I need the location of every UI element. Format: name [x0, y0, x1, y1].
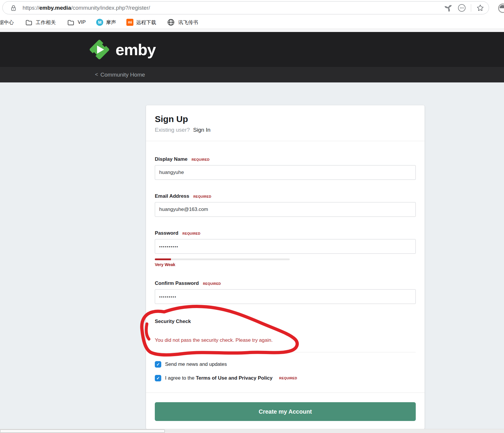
terms-privacy-link[interactable]: Terms of Use and Privacy Policy — [196, 375, 272, 381]
url-scheme: https:// — [23, 5, 39, 11]
label-text: Email Address — [155, 193, 189, 199]
chrome-gap — [0, 28, 504, 32]
horizontal-scrollbar[interactable] — [0, 429, 504, 433]
bookmark-item[interactable]: 讯飞传书 — [167, 18, 198, 27]
signup-card: Sign Up Existing user? Sign In Display N… — [146, 105, 425, 429]
tracking-prevention-swirl-icon[interactable] — [444, 4, 453, 12]
badge-letter: M — [98, 20, 102, 25]
url-domain: emby.media — [39, 5, 71, 11]
confirm-password-label: Confirm Password REQUIRED — [155, 280, 416, 286]
label-text: Display Name — [155, 156, 188, 162]
password-label: Password REQUIRED — [155, 230, 416, 236]
community-home-link[interactable]: < Community Home — [95, 72, 145, 78]
terms-agree-row: I agree to the Terms of Use and Privacy … — [155, 375, 416, 381]
signin-subtitle: Existing user? Sign In — [155, 127, 416, 133]
divider — [146, 141, 425, 141]
sign-in-link[interactable]: Sign In — [193, 127, 211, 133]
required-badge: REQUIRED — [182, 232, 200, 235]
create-account-button[interactable]: Create my Account — [155, 402, 416, 421]
folder-icon — [24, 18, 33, 27]
bookmark-item[interactable]: VIP — [66, 18, 86, 27]
community-home-label: Community Home — [101, 72, 145, 78]
required-badge: REQUIRED — [279, 376, 297, 380]
horizontal-scrollbar-thumb[interactable] — [0, 429, 165, 433]
news-updates-row: Send me news and updates — [155, 361, 416, 368]
url-row: https://emby.media/community/index.php?/… — [0, 0, 504, 16]
bookmark-item[interactable]: 工作相关 — [24, 18, 56, 27]
emby-logo[interactable]: emby — [89, 39, 156, 60]
bookmark-label: 远程下载 — [136, 19, 156, 26]
url-bar[interactable]: https://emby.media/community/index.php?/… — [2, 1, 489, 14]
news-updates-checkbox[interactable] — [155, 361, 161, 368]
display-name-label: Display Name REQUIRED — [155, 156, 416, 162]
badge-letter: mi — [128, 20, 132, 24]
site-nav: < Community Home — [0, 67, 504, 82]
label-text: Confirm Password — [155, 280, 199, 286]
required-badge: REQUIRED — [192, 158, 210, 161]
bookmark-label: 工作相关 — [36, 19, 56, 26]
bookmark-label: 摩声 — [106, 19, 116, 26]
emby-wordmark: emby — [116, 42, 156, 57]
bookmark-item[interactable]: 据中心 — [0, 19, 14, 26]
folder-icon — [66, 18, 75, 27]
terms-agree-checkbox[interactable] — [155, 375, 161, 381]
news-updates-label: Send me news and updates — [165, 361, 227, 367]
divider — [155, 352, 416, 352]
divider — [146, 393, 425, 393]
bookmark-label: 讯飞传书 — [178, 19, 198, 26]
password-strength-meter — [155, 258, 290, 260]
globe-icon — [167, 18, 175, 27]
bookmark-label: 据中心 — [0, 19, 14, 26]
bookmark-item[interactable]: M 摩声 — [96, 19, 116, 26]
profile-icon[interactable] — [498, 4, 504, 13]
existing-user-text: Existing user? — [155, 127, 190, 133]
page-title: Sign Up — [155, 114, 416, 124]
m-badge-icon: M — [96, 19, 103, 26]
chevron-left-icon: < — [95, 72, 98, 78]
page-body: Sign Up Existing user? Sign In Display N… — [0, 82, 504, 429]
required-badge: REQUIRED — [193, 195, 211, 198]
email-label: Email Address REQUIRED — [155, 193, 416, 199]
agree-prefix: I agree to the — [165, 375, 194, 381]
confirm-password-field[interactable] — [155, 289, 416, 304]
security-check-error: You did not pass the security check. Ple… — [155, 337, 416, 343]
emby-play-icon — [89, 39, 110, 60]
url-text[interactable]: https://emby.media/community/index.php?/… — [23, 5, 444, 11]
bookmark-label: VIP — [78, 19, 86, 25]
bookmark-item[interactable]: mi 远程下载 — [126, 19, 156, 26]
password-strength-fill — [155, 258, 171, 260]
email-field[interactable] — [155, 202, 416, 217]
url-path: /community/index.php?/register/ — [71, 5, 150, 11]
favorite-star-icon[interactable] — [476, 4, 485, 12]
site-header: emby — [0, 32, 504, 67]
toolbar-divider — [471, 4, 471, 12]
password-field[interactable] — [155, 239, 416, 254]
display-name-field[interactable] — [155, 165, 416, 180]
password-strength-label: Very Weak — [155, 262, 416, 267]
browser-chrome: https://emby.media/community/index.php?/… — [0, 0, 504, 32]
lock-icon[interactable] — [9, 4, 18, 12]
required-badge: REQUIRED — [203, 282, 221, 285]
mi-badge-icon: mi — [126, 19, 133, 26]
label-text: Password — [155, 230, 178, 236]
more-options-icon[interactable] — [457, 4, 466, 12]
security-check-heading: Security Check — [155, 319, 416, 324]
bookmarks-bar: 据中心 工作相关 VIP M 摩声 mi 远程下载 — [0, 16, 504, 28]
terms-agree-label: I agree to the Terms of Use and Privacy … — [165, 375, 272, 381]
